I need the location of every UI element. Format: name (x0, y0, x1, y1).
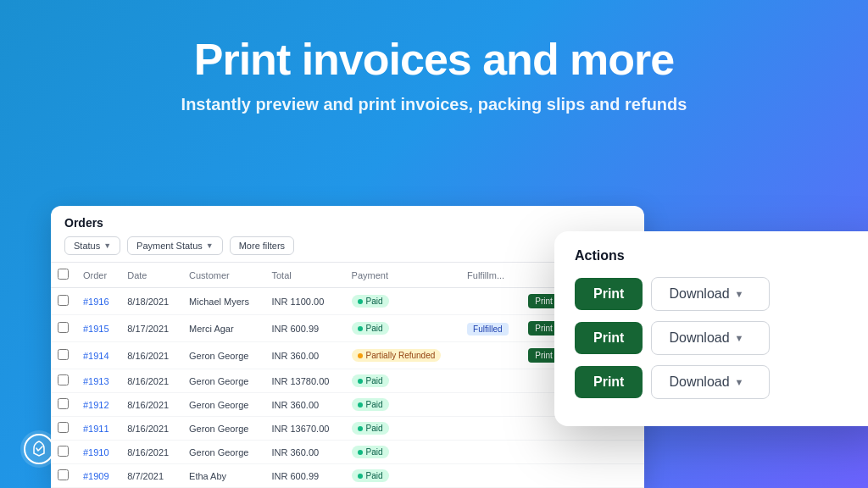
more-filters-button[interactable]: More filters (230, 236, 294, 255)
col-customer: Customer (182, 263, 264, 288)
table-row: #19108/16/2021Geron GeorgeINR 360.00Paid (51, 441, 644, 464)
print-button-3[interactable]: Print (575, 366, 643, 398)
order-date: 8/17/2021 (120, 315, 182, 342)
fulfillment-cell (460, 369, 521, 393)
col-total: Total (265, 263, 345, 288)
payment-badge: Paid (352, 374, 389, 387)
table-row: #19118/16/2021Geron GeorgeINR 13670.00Pa… (51, 417, 644, 441)
order-total: INR 13670.00 (265, 417, 345, 441)
order-id: #1912 (83, 400, 109, 410)
chevron-down-icon: ▼ (103, 241, 111, 250)
payment-status-filter[interactable]: Payment Status ▼ (127, 236, 223, 255)
actions-panel-title: Actions (575, 248, 868, 263)
hero-section: Print invoices and more Instantly previe… (0, 0, 868, 131)
row-checkbox-7[interactable] (58, 469, 69, 480)
payment-badge: Partially Refunded (352, 349, 442, 362)
fulfillment-badge: Fulfilled (467, 323, 508, 336)
order-total: INR 360.00 (265, 393, 345, 417)
filter-bar: Status ▼ Payment Status ▼ More filters (64, 236, 631, 255)
print-button-2[interactable]: Print (575, 322, 643, 354)
order-id: #1911 (83, 424, 109, 434)
row-checkbox-2[interactable] (58, 349, 69, 360)
download-button-1[interactable]: Download ▼ (651, 277, 770, 311)
fulfillment-cell (460, 342, 521, 369)
logo-symbol (24, 434, 54, 464)
payment-badge: Paid (352, 469, 389, 482)
print-button-1[interactable]: Print (575, 278, 643, 310)
fulfillment-cell (460, 417, 521, 441)
customer-name: Geron George (182, 342, 264, 369)
row-checkbox-3[interactable] (58, 374, 69, 385)
select-all-checkbox[interactable] (58, 269, 69, 280)
row-checkbox-5[interactable] (58, 422, 69, 433)
customer-name: Geron George (182, 417, 264, 441)
col-payment: Payment (345, 263, 460, 288)
actions-panel: Actions Print Download ▼ Print Download … (554, 231, 868, 426)
col-order: Order (76, 263, 120, 288)
action-row-2: Print Download ▼ (575, 321, 868, 355)
status-filter-label: Status (74, 241, 100, 251)
order-id: #1916 (83, 297, 109, 307)
order-id: #1914 (83, 351, 109, 361)
fulfillment-cell (460, 441, 521, 464)
payment-badge: Paid (352, 322, 389, 335)
order-date: 8/7/2021 (120, 464, 182, 488)
order-date: 8/16/2021 (120, 342, 182, 369)
chevron-down-icon: ▼ (735, 377, 744, 387)
card-title: Orders (64, 216, 631, 230)
chevron-down-icon: ▼ (735, 333, 744, 343)
hero-subtitle: Instantly preview and print invoices, pa… (17, 95, 851, 114)
row-checkbox-4[interactable] (58, 398, 69, 409)
hero-title: Print invoices and more (17, 34, 851, 85)
order-total: INR 13780.00 (265, 369, 345, 393)
order-id: #1915 (83, 324, 109, 334)
card-container: Orders Status ▼ Payment Status ▼ More fi… (51, 206, 868, 488)
order-id: #1909 (83, 471, 109, 481)
fulfillment-cell (460, 288, 521, 315)
customer-name: Geron George (182, 393, 264, 417)
order-date: 8/16/2021 (120, 441, 182, 464)
chevron-down-icon: ▼ (735, 289, 744, 299)
customer-name: Geron George (182, 441, 264, 464)
download-button-2[interactable]: Download ▼ (651, 321, 770, 355)
row-checkbox-1[interactable] (58, 322, 69, 333)
status-filter[interactable]: Status ▼ (64, 236, 120, 255)
col-fulfillment: Fulfillm... (460, 263, 521, 288)
order-total: INR 600.99 (265, 464, 345, 488)
col-date: Date (120, 263, 182, 288)
order-total: INR 360.00 (265, 441, 345, 464)
payment-badge: Paid (352, 398, 389, 411)
payment-badge: Paid (352, 422, 389, 435)
customer-name: Michael Myers (182, 288, 264, 315)
logo (20, 430, 58, 468)
row-checkbox-6[interactable] (58, 446, 69, 457)
download-label-2: Download (669, 330, 729, 346)
payment-status-label: Payment Status (136, 241, 203, 251)
more-filters-label: More filters (239, 241, 285, 251)
download-button-3[interactable]: Download ▼ (651, 365, 770, 399)
action-cell-empty (521, 464, 644, 488)
fulfillment-cell (460, 464, 521, 488)
order-id: #1910 (83, 447, 109, 458)
action-row-1: Print Download ▼ (575, 277, 868, 311)
action-row-3: Print Download ▼ (575, 365, 868, 399)
table-row: #19098/7/2021Etha AbyINR 600.99Paid (51, 464, 644, 488)
order-date: 8/16/2021 (120, 417, 182, 441)
order-total: INR 360.00 (265, 342, 345, 369)
chevron-down-icon: ▼ (206, 241, 214, 250)
download-label-3: Download (669, 374, 729, 390)
action-cell-empty (521, 441, 644, 464)
order-total: INR 1100.00 (265, 288, 345, 315)
customer-name: Merci Agar (182, 315, 264, 342)
order-date: 8/18/2021 (120, 288, 182, 315)
customer-name: Geron George (182, 369, 264, 393)
order-total: INR 600.99 (265, 315, 345, 342)
order-id: #1913 (83, 376, 109, 386)
order-date: 8/16/2021 (120, 393, 182, 417)
payment-badge: Paid (352, 446, 389, 458)
payment-badge: Paid (352, 295, 389, 308)
download-label-1: Download (669, 286, 729, 302)
row-checkbox-0[interactable] (58, 295, 69, 306)
fulfillment-cell (460, 393, 521, 417)
customer-name: Etha Aby (182, 464, 264, 488)
